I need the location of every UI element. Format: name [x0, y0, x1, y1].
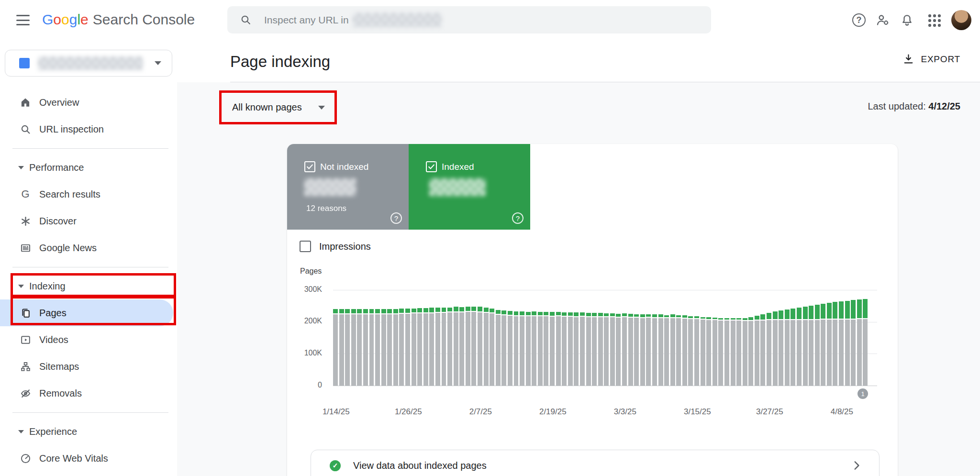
- chart-bar[interactable]: [568, 312, 573, 386]
- chart-bar[interactable]: [821, 304, 825, 386]
- chart-bar[interactable]: [412, 309, 416, 386]
- chart-bar[interactable]: [556, 312, 561, 386]
- tile-indexed[interactable]: Indexed ?: [409, 144, 530, 230]
- chart-bar[interactable]: [369, 309, 374, 386]
- chart-bar[interactable]: [839, 301, 844, 386]
- chart-bar[interactable]: [833, 302, 837, 386]
- chart-bar[interactable]: [688, 316, 693, 386]
- sidebar-item-videos[interactable]: Videos: [0, 326, 177, 353]
- google-apps-grid-icon[interactable]: [927, 13, 941, 27]
- chart-bar[interactable]: [580, 312, 585, 386]
- chart-bar[interactable]: [333, 309, 338, 386]
- chart-bar[interactable]: [845, 301, 850, 386]
- chart-bar[interactable]: [851, 300, 856, 386]
- chart-bar[interactable]: [544, 312, 548, 386]
- chart-bar[interactable]: [514, 311, 519, 386]
- chart-bar[interactable]: [363, 309, 368, 386]
- chart-bar[interactable]: [640, 314, 645, 386]
- help-icon[interactable]: ?: [390, 212, 402, 224]
- chart-bar[interactable]: [682, 315, 687, 386]
- chart-bar[interactable]: [550, 312, 555, 386]
- chart-bar[interactable]: [496, 310, 501, 386]
- impressions-toggle[interactable]: Impressions: [300, 241, 371, 252]
- menu-icon[interactable]: [15, 14, 31, 26]
- manage-users-icon[interactable]: [871, 8, 895, 32]
- chart-bar[interactable]: [694, 316, 699, 386]
- sidebar-item-pages[interactable]: Pages: [0, 299, 173, 326]
- sidebar-section-performance[interactable]: Performance: [0, 154, 177, 181]
- chart-bar[interactable]: [610, 313, 615, 386]
- export-button[interactable]: EXPORT: [902, 53, 960, 65]
- account-avatar[interactable]: [951, 10, 971, 30]
- sidebar-item-removals[interactable]: Removals: [0, 380, 177, 407]
- chart-bar[interactable]: [743, 318, 747, 386]
- view-data-row[interactable]: ✓ View data about indexed pages: [311, 450, 879, 476]
- chart-bar[interactable]: [357, 309, 362, 386]
- checkbox-checked-icon[interactable]: [304, 161, 315, 172]
- chart-bar[interactable]: [375, 309, 380, 386]
- chart-bar[interactable]: [478, 307, 482, 386]
- chart-bar[interactable]: [706, 317, 711, 386]
- checkbox-unchecked-icon[interactable]: [300, 241, 311, 252]
- chart-bar[interactable]: [490, 309, 494, 386]
- chart-bar[interactable]: [797, 308, 802, 386]
- chart-bar[interactable]: [574, 312, 579, 386]
- sidebar-item-core-web-vitals[interactable]: Core Web Vitals: [0, 445, 177, 472]
- help-icon[interactable]: ?: [512, 212, 523, 224]
- checkbox-checked-icon[interactable]: [426, 161, 437, 172]
- chart-bar[interactable]: [676, 315, 681, 386]
- chart-bar[interactable]: [351, 309, 356, 386]
- chart-bar[interactable]: [664, 315, 669, 386]
- chart-bar[interactable]: [767, 313, 771, 386]
- chart-bar[interactable]: [713, 318, 717, 386]
- chart-bar[interactable]: [718, 318, 723, 386]
- chart-bar[interactable]: [442, 308, 446, 386]
- chart-bar[interactable]: [471, 307, 476, 386]
- chart-bar[interactable]: [773, 311, 778, 386]
- sidebar-item-overview[interactable]: Overview: [0, 89, 177, 116]
- chart-bar[interactable]: [501, 310, 506, 386]
- sidebar-section-indexing[interactable]: Indexing: [0, 273, 177, 299]
- chart-bar[interactable]: [646, 314, 651, 386]
- help-icon[interactable]: ?: [847, 8, 871, 32]
- chart-bar[interactable]: [399, 309, 404, 386]
- tile-not-indexed[interactable]: Not indexed 12 reasons ?: [287, 144, 409, 230]
- sidebar-item-discover[interactable]: Discover: [0, 208, 177, 234]
- chart-bar[interactable]: [598, 313, 603, 386]
- chart-bar[interactable]: [791, 309, 795, 386]
- chart-bar[interactable]: [748, 317, 753, 386]
- chart-bar[interactable]: [755, 316, 759, 386]
- url-inspect-search-input[interactable]: Inspect any URL in: [227, 6, 711, 33]
- chart-bar[interactable]: [803, 307, 808, 386]
- chart-bar[interactable]: [731, 318, 735, 386]
- chart-bar[interactable]: [435, 308, 440, 386]
- chart-bar[interactable]: [586, 313, 591, 386]
- chart-bar[interactable]: [526, 312, 531, 386]
- chart-bar[interactable]: [670, 314, 675, 386]
- sidebar-item-url-inspection[interactable]: URL inspection: [0, 116, 177, 143]
- sidebar-section-experience[interactable]: Experience: [0, 418, 177, 445]
- chart-bar[interactable]: [701, 317, 705, 386]
- chart-bar[interactable]: [484, 308, 489, 386]
- chart-bar[interactable]: [628, 314, 633, 386]
- chart-bar[interactable]: [387, 309, 392, 386]
- chart-bar[interactable]: [736, 318, 741, 386]
- chart-bar[interactable]: [815, 305, 820, 386]
- chart-bar[interactable]: [658, 314, 663, 386]
- sidebar-item-sitemaps[interactable]: Sitemaps: [0, 353, 177, 380]
- chart-bar[interactable]: [381, 309, 386, 386]
- chart-bar[interactable]: [423, 308, 428, 386]
- chart-bar[interactable]: [405, 309, 410, 386]
- chart-bar[interactable]: [616, 314, 621, 386]
- chart-bar[interactable]: [454, 307, 458, 386]
- chart-bar[interactable]: [562, 312, 567, 386]
- sidebar-item-search-results[interactable]: G Search results: [0, 181, 177, 208]
- chart-bar[interactable]: [634, 314, 639, 386]
- chart-bar[interactable]: [532, 311, 536, 386]
- chart-bar[interactable]: [652, 314, 657, 386]
- property-selector[interactable]: [5, 50, 172, 77]
- chart-bar[interactable]: [508, 311, 512, 386]
- chart-bar[interactable]: [857, 299, 862, 386]
- chart-bar[interactable]: [538, 312, 543, 386]
- chart-bar[interactable]: [604, 313, 609, 386]
